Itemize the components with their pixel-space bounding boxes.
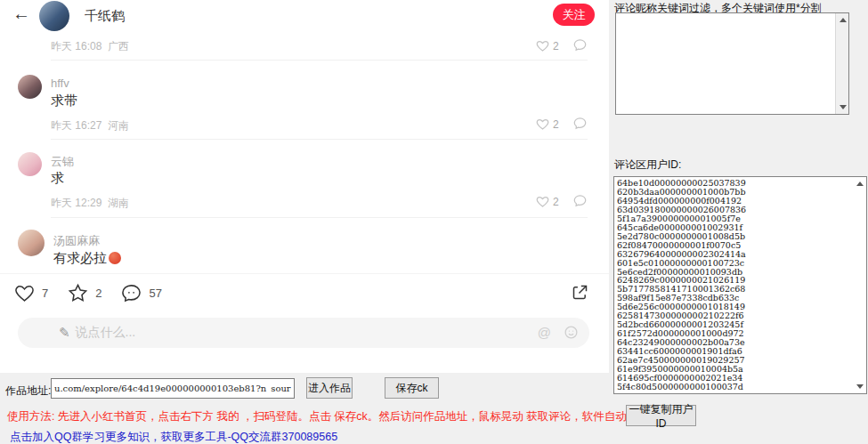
comment-location: 湖南 bbox=[108, 197, 129, 209]
heart-icon[interactable] bbox=[536, 117, 549, 131]
collect-count: 2 bbox=[95, 287, 101, 300]
comment-avatar[interactable] bbox=[18, 75, 42, 99]
comment-time: 昨天 12:29 bbox=[51, 197, 101, 209]
comment-location: 河南 bbox=[108, 119, 129, 132]
comment-like-count: 2 bbox=[553, 196, 559, 208]
comment-reply-icon[interactable] bbox=[573, 194, 587, 207]
scroll-down-icon[interactable] bbox=[836, 101, 849, 114]
post-location: 广西 bbox=[108, 40, 129, 52]
author-avatar[interactable] bbox=[39, 1, 69, 31]
share-button[interactable] bbox=[571, 283, 589, 302]
scrollbar[interactable] bbox=[835, 13, 848, 114]
post-time: 昨天 16:08 bbox=[51, 40, 101, 52]
comment-username[interactable]: hffv bbox=[51, 77, 69, 90]
comment-like-count: 2 bbox=[553, 118, 559, 131]
post-meta: 昨天 16:08 广西 bbox=[51, 39, 129, 54]
qq-group-link[interactable]: 点击加入QQ群学习更多知识，获取更多工具-QQ交流群370089565 bbox=[10, 430, 337, 444]
heart-icon[interactable] bbox=[536, 195, 549, 208]
collect-star-icon[interactable] bbox=[68, 283, 88, 303]
usage-instructions: 使用方法: 先进入小红书首页，点击右下方 我的 ，扫码登陆。点击 保存ck。然后… bbox=[7, 409, 595, 424]
comment-count: 57 bbox=[149, 287, 161, 300]
comment-like-cluster[interactable]: 2 bbox=[536, 195, 559, 208]
copy-user-ids-button[interactable]: 一键复制用户ID bbox=[626, 405, 696, 426]
post-reply-icon[interactable] bbox=[573, 38, 587, 52]
pencil-icon: ✎ bbox=[59, 325, 70, 341]
divider bbox=[51, 60, 588, 61]
scroll-up-icon[interactable] bbox=[853, 177, 866, 190]
comment-input[interactable]: ✎ 说点什么... @ bbox=[18, 318, 589, 348]
keyword-filter-textarea[interactable] bbox=[615, 12, 849, 115]
chat-bubble-icon[interactable] bbox=[573, 38, 587, 52]
open-note-button[interactable]: 进入作品 bbox=[306, 377, 353, 399]
user-ids-list[interactable]: 64be10d00000000025037839 620b3daa0000000… bbox=[617, 179, 746, 392]
author-name[interactable]: 千纸鹤 bbox=[85, 8, 125, 25]
note-detail-pane: ← 千纸鹤 关注 昨天 16:08 广西 2 hffv 求带 昨天 16:27 … bbox=[0, 0, 609, 373]
mention-at-icon[interactable]: @ bbox=[538, 325, 551, 340]
comment-reply-icon[interactable] bbox=[573, 117, 587, 130]
share-icon[interactable] bbox=[571, 283, 589, 302]
comment-username[interactable]: 云锦 bbox=[51, 154, 74, 170]
user-ids-textarea[interactable]: 64be10d00000000025037839 620b3daa0000000… bbox=[613, 176, 867, 394]
scrollbar[interactable] bbox=[853, 177, 866, 393]
comment-avatar[interactable] bbox=[18, 152, 42, 176]
scroll-up-icon[interactable] bbox=[836, 13, 849, 27]
scroll-down-icon[interactable] bbox=[853, 380, 866, 393]
comment-bubble-icon[interactable] bbox=[121, 283, 142, 303]
comment-meta: 昨天 16:27 河南 bbox=[51, 118, 129, 133]
blush-emoji-icon bbox=[109, 252, 121, 264]
app-window: ← 千纸鹤 关注 昨天 16:08 广西 2 hffv 求带 昨天 16:27 … bbox=[0, 0, 868, 444]
note-url-input[interactable] bbox=[51, 378, 295, 399]
chat-bubble-icon[interactable] bbox=[573, 194, 587, 207]
chat-bubble-icon[interactable] bbox=[573, 117, 587, 130]
back-icon[interactable]: ← bbox=[12, 4, 30, 24]
comment-avatar[interactable] bbox=[18, 230, 45, 256]
comment-text: 求 bbox=[51, 170, 64, 187]
comment-text: 求带 bbox=[51, 93, 77, 109]
like-heart-icon[interactable] bbox=[14, 283, 35, 303]
save-cookie-button[interactable]: 保存ck bbox=[385, 377, 439, 399]
heart-icon[interactable] bbox=[536, 39, 549, 52]
note-action-bar: 7 2 57 bbox=[0, 274, 609, 311]
comment-text: 有求必拉 bbox=[53, 250, 107, 265]
follow-button[interactable]: 关注 bbox=[553, 4, 595, 26]
post-like-cluster[interactable]: 2 bbox=[536, 39, 559, 52]
user-ids-label: 评论区用户ID: bbox=[614, 157, 681, 173]
comment-text-row: 有求必拉 bbox=[53, 250, 121, 267]
comment-time: 昨天 16:27 bbox=[51, 119, 101, 132]
comment-like-cluster[interactable]: 2 bbox=[536, 117, 559, 131]
note-url-label: 作品地址: bbox=[5, 383, 51, 399]
divider bbox=[51, 217, 588, 218]
like-count: 7 bbox=[42, 287, 48, 300]
emoji-smiley-icon[interactable] bbox=[564, 325, 579, 340]
comment-input-placeholder: 说点什么... bbox=[76, 325, 136, 341]
comment-username[interactable]: 汤圆麻麻 bbox=[53, 233, 100, 249]
divider bbox=[51, 139, 588, 140]
comment-meta: 昨天 12:29 湖南 bbox=[51, 196, 129, 211]
input-right-icons: @ bbox=[538, 325, 579, 340]
post-like-count: 2 bbox=[553, 40, 559, 52]
